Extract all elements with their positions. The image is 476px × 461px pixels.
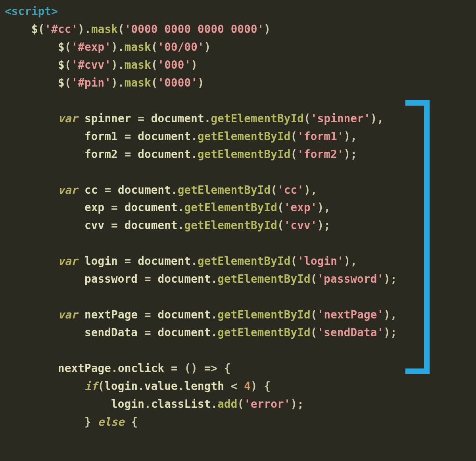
code-line: var login = document.getElementById('log… [5,255,357,267]
code-line: nextPage.onclick = () => { [5,362,231,374]
code-line: if(login.value.length < 4) { [5,380,271,392]
code-line: } else { [5,415,138,428]
code-line [5,237,12,249]
code-line: cvv = document.getElementById('cvv'); [5,219,330,231]
code-line: $('#pin').mask('0000') [5,76,204,89]
code-line: $('#cc').mask('0000 0000 0000 0000') [5,23,271,35]
code-line: exp = document.getElementById('exp'), [5,201,330,214]
code-line: form1 = document.getElementById('form1')… [5,130,357,143]
code-line: var nextPage = document.getElementById('… [5,308,397,321]
code-line: login.classList.add('error'); [5,397,304,410]
code-line: var cc = document.getElementById('cc'), [5,183,317,196]
code-block: <script> $('#cc').mask('0000 0000 0000 0… [0,0,476,431]
code-line [5,166,12,178]
code-line: form2 = document.getElementById('form2')… [5,148,357,160]
code-line [5,290,12,303]
code-line: $('#cvv').mask('000') [5,58,198,71]
code-line: <script> [5,5,58,17]
code-line: sendData = document.getElementById('send… [5,326,397,339]
code-line [5,94,12,107]
code-line: var spinner = document.getElementById('s… [5,112,384,125]
code-line: password = document.getElementById('pass… [5,272,397,285]
code-line [5,344,12,357]
code-line: $('#exp').mask('00/00') [5,41,211,53]
